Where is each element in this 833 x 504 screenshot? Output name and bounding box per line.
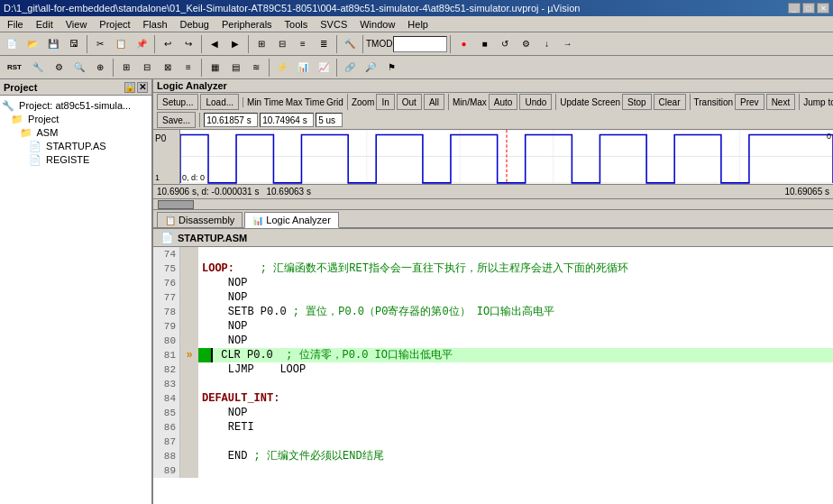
- step-over-button[interactable]: →: [557, 34, 577, 54]
- tb2-btn13[interactable]: 📊: [293, 58, 313, 78]
- grid-input[interactable]: [316, 113, 343, 127]
- min-time-input[interactable]: [204, 113, 258, 127]
- stop-button[interactable]: Stop: [622, 94, 652, 110]
- line-num-84: 84: [153, 391, 180, 406]
- code-content[interactable]: 74 75 LOOP: ; 汇编函数不遇到RET指令会一直往下执行，所以主程序会…: [153, 247, 833, 504]
- stop-button[interactable]: ■: [474, 34, 494, 54]
- undo-button[interactable]: ↩: [158, 34, 178, 54]
- build-button[interactable]: 🔨: [340, 34, 360, 54]
- tree-item-project[interactable]: 📁 Project: [2, 113, 150, 126]
- max-time-input[interactable]: [260, 113, 314, 127]
- tb2-btn11[interactable]: ≋: [246, 58, 266, 78]
- tb2-btn1[interactable]: 🔧: [28, 58, 48, 78]
- format-button[interactable]: ≡: [293, 34, 313, 54]
- menu-view[interactable]: View: [60, 18, 93, 31]
- tb2-btn10[interactable]: ▤: [225, 58, 245, 78]
- tb2-btn6[interactable]: ⊟: [137, 58, 157, 78]
- waveform-scrollbar[interactable]: [153, 198, 833, 209]
- maximize-button[interactable]: □: [802, 3, 815, 14]
- separator-5: [336, 35, 337, 53]
- tb2-btn16[interactable]: 🔎: [361, 58, 380, 78]
- tb2-btn17[interactable]: ⚑: [381, 58, 401, 78]
- tb2-btn7[interactable]: ⊠: [158, 58, 178, 78]
- tb2-btn12[interactable]: ⚡: [272, 58, 292, 78]
- tb2-btn2[interactable]: ⚙: [49, 58, 69, 78]
- menu-project[interactable]: Project: [94, 18, 135, 31]
- arrow-84: [180, 391, 198, 406]
- zoom-out-button[interactable]: Out: [397, 94, 422, 110]
- menu-file[interactable]: File: [2, 18, 29, 31]
- tb2-btn5[interactable]: ⊞: [116, 58, 136, 78]
- redo-button[interactable]: ↪: [178, 34, 198, 54]
- nav-back-button[interactable]: ◀: [205, 34, 224, 54]
- project-panel-lock[interactable]: 🔒: [124, 82, 135, 93]
- step-into-button[interactable]: ↓: [536, 34, 556, 54]
- comment-button[interactable]: ≣: [314, 34, 334, 54]
- save-la-button[interactable]: Save...: [157, 112, 196, 128]
- waveform-canvas[interactable]: 0, d: 0 0: [180, 130, 833, 184]
- tab-logic-analyzer[interactable]: 📊 Logic Analyzer: [244, 212, 339, 228]
- project-panel-close[interactable]: ✕: [137, 82, 148, 93]
- copy-button[interactable]: 📋: [111, 34, 131, 54]
- close-button[interactable]: ✕: [817, 3, 829, 14]
- tb2-btn9[interactable]: ▦: [205, 58, 224, 78]
- reset-button[interactable]: ↺: [495, 34, 515, 54]
- nav-forward-button[interactable]: ▶: [225, 34, 245, 54]
- indent-button[interactable]: ⊞: [252, 34, 271, 54]
- save-button[interactable]: 💾: [43, 34, 63, 54]
- menu-debug[interactable]: Debug: [175, 18, 215, 31]
- tb2-btn3[interactable]: 🔍: [69, 58, 89, 78]
- waveform-labels: P0 1: [153, 130, 180, 184]
- paste-button[interactable]: 📌: [132, 34, 151, 54]
- tb2-btn15[interactable]: 🔗: [340, 58, 360, 78]
- scrollbar-thumb[interactable]: [158, 200, 194, 209]
- register-file-icon: 📄: [29, 154, 41, 165]
- auto-button[interactable]: Auto: [489, 94, 518, 110]
- tree-item-startup[interactable]: 📄 STARTUP.AS: [2, 140, 150, 153]
- disassembly-tab-label: Disassembly: [178, 215, 234, 225]
- rst-button[interactable]: RST: [2, 58, 27, 78]
- open-button[interactable]: 📂: [23, 34, 42, 54]
- new-file-button[interactable]: 📄: [2, 34, 22, 54]
- clear-button[interactable]: Clear: [654, 94, 686, 110]
- separator-7: [450, 35, 451, 53]
- tb2-btn14[interactable]: 📈: [314, 58, 334, 78]
- la-toolbar-row2: Save...: [153, 111, 833, 130]
- tree-item-label: Project: at89c51-simula...: [19, 100, 131, 111]
- line-num-85: 85: [153, 406, 180, 420]
- line-num-77: 77: [153, 290, 180, 305]
- menu-edit[interactable]: Edit: [31, 18, 59, 31]
- setup-button[interactable]: Setup...: [157, 94, 198, 110]
- tree-item-register[interactable]: 📄 REGISTE: [2, 153, 150, 167]
- tb2-btn4[interactable]: ⊕: [90, 58, 110, 78]
- debug-button[interactable]: ⚙: [516, 34, 536, 54]
- run-button[interactable]: ●: [453, 34, 473, 54]
- la-jumpto-section: Jump to Code Trace: [799, 94, 833, 110]
- zoom-all-button[interactable]: All: [424, 94, 444, 110]
- asm-folder-icon: 📁: [20, 127, 32, 138]
- menu-flash[interactable]: Flash: [138, 18, 173, 31]
- load-button[interactable]: Load...: [200, 94, 239, 110]
- menu-svcs[interactable]: SVCS: [315, 18, 352, 31]
- menu-help[interactable]: Help: [402, 18, 434, 31]
- tmod-input[interactable]: [393, 36, 447, 52]
- tab-disassembly[interactable]: 📋 Disassembly: [157, 212, 243, 227]
- tree-item-asm[interactable]: 📁 ASM: [2, 126, 150, 140]
- menu-peripherals[interactable]: Peripherals: [216, 18, 278, 31]
- line-num-87: 87: [153, 435, 180, 449]
- next-button[interactable]: Next: [766, 94, 796, 110]
- cut-button[interactable]: ✂: [90, 34, 110, 54]
- tb2-btn8[interactable]: ≡: [178, 58, 198, 78]
- minmax-undo-button[interactable]: Undo: [519, 94, 552, 110]
- minimize-button[interactable]: _: [788, 3, 801, 14]
- menu-window[interactable]: Window: [354, 18, 400, 31]
- prev-button[interactable]: Prev: [735, 94, 764, 110]
- outdent-button[interactable]: ⊟: [272, 34, 292, 54]
- tree-item-project-root[interactable]: 🔧 Project: at89c51-simula...: [2, 99, 150, 113]
- zoom-in-button[interactable]: In: [376, 94, 394, 110]
- waveform-bottom-label: 0, d: 0: [182, 173, 205, 182]
- menu-tools[interactable]: Tools: [279, 18, 314, 31]
- line-content-82: LJMP LOOP: [198, 362, 833, 377]
- save-all-button[interactable]: 🖫: [64, 34, 84, 54]
- code-line-74: 74: [153, 247, 833, 261]
